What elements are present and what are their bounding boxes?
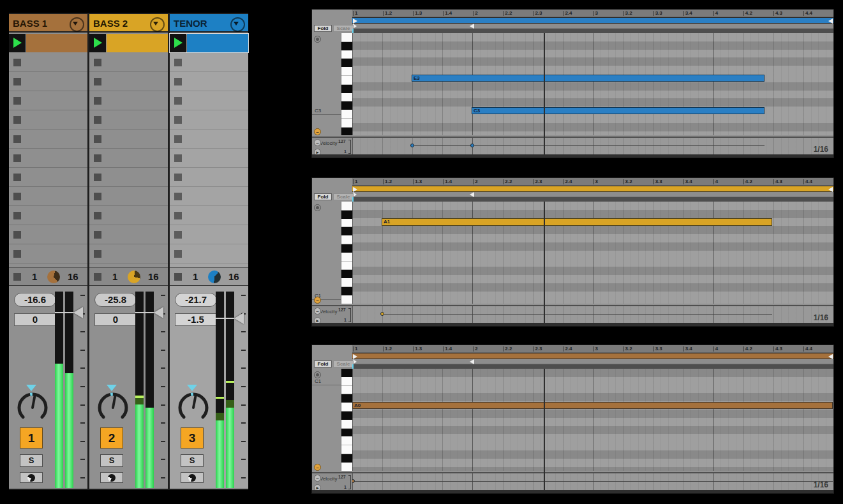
clip[interactable] [26, 34, 87, 52]
black-key[interactable] [341, 85, 352, 93]
clip-stop-button[interactable] [94, 97, 101, 105]
clip-slot[interactable] [170, 244, 248, 263]
note-grid[interactable]: E3C3 [352, 33, 833, 135]
scrub-area[interactable] [352, 364, 833, 369]
white-key[interactable] [341, 295, 352, 304]
clip-slot[interactable] [170, 168, 248, 187]
white-key[interactable] [341, 67, 352, 76]
clip-stop-button[interactable] [174, 116, 182, 124]
scale-button[interactable]: Scale [333, 25, 354, 32]
clip-stop-button[interactable] [94, 154, 101, 162]
beat-time-ruler[interactable]: 11.21.31.422.22.32.433.23.33.444.24.34.4 [352, 345, 833, 353]
volume-fader-handle[interactable] [73, 307, 83, 318]
scrub-area[interactable] [352, 29, 833, 33]
loop-bar[interactable] [352, 353, 833, 359]
clip-slot[interactable] [9, 225, 87, 244]
white-key[interactable] [341, 377, 352, 386]
black-key[interactable] [341, 227, 352, 235]
midi-note[interactable]: C3 [472, 107, 765, 115]
clip-stop-button[interactable] [13, 212, 21, 219]
clip-slot[interactable] [9, 72, 87, 91]
piano-keys[interactable] [341, 33, 352, 135]
loop-end-marker-icon[interactable] [828, 187, 833, 192]
black-key[interactable] [341, 211, 352, 219]
clip-stop-icon[interactable] [94, 273, 101, 281]
clip-slot[interactable] [170, 206, 248, 225]
clip-slot[interactable] [89, 91, 168, 110]
clip[interactable] [107, 34, 168, 52]
black-key[interactable] [341, 411, 352, 420]
start-marker-icon[interactable] [353, 19, 357, 24]
track-header[interactable]: BASS 2 [89, 14, 168, 33]
monitor-button[interactable] [20, 472, 43, 483]
solo-button[interactable]: S [181, 454, 204, 467]
black-key[interactable] [341, 369, 352, 377]
white-key[interactable] [341, 119, 352, 128]
monitor-button[interactable] [181, 472, 204, 483]
pan-knob[interactable] [175, 390, 211, 426]
clip-stop-icon[interactable] [13, 273, 21, 281]
white-key[interactable] [341, 278, 352, 287]
marker-row[interactable] [352, 359, 833, 364]
volume-fader-handle[interactable] [154, 307, 163, 318]
black-key[interactable] [341, 394, 352, 403]
clip-stop-button[interactable] [94, 78, 101, 85]
clip-stop-button[interactable] [174, 193, 182, 200]
remove-lane-button[interactable]: – [314, 139, 321, 146]
clip-slot[interactable] [170, 110, 248, 130]
velocity-marker[interactable] [470, 144, 474, 147]
remove-lane-button[interactable]: – [314, 475, 321, 482]
clip-slot[interactable] [9, 168, 87, 187]
clip-stop-button[interactable] [94, 250, 101, 258]
clip-stop-button[interactable] [94, 59, 101, 66]
clip-stop-button[interactable] [94, 231, 101, 239]
scale-button[interactable]: Scale [333, 193, 354, 200]
lane-toggle-button[interactable]: – [314, 297, 321, 304]
clip-slot[interactable] [9, 206, 87, 225]
preview-icon[interactable] [314, 36, 321, 43]
solo-button[interactable]: S [20, 454, 43, 467]
clip-stop-button[interactable] [174, 174, 182, 181]
midi-note[interactable]: A0 [352, 402, 833, 410]
solo-button[interactable]: S [100, 454, 123, 467]
clip-slot[interactable] [89, 110, 168, 130]
piano-keys[interactable] [341, 369, 352, 471]
white-key[interactable] [341, 50, 352, 59]
fold-button[interactable]: Fold [314, 25, 332, 32]
clip-slot[interactable] [170, 72, 248, 91]
clip-stop-button[interactable] [94, 135, 101, 143]
loop-bar[interactable] [352, 17, 833, 24]
track-activator-button[interactable]: 1 [20, 427, 43, 448]
white-key[interactable] [341, 420, 352, 429]
chevron-down-icon[interactable] [70, 17, 84, 32]
clip-stop-button[interactable] [94, 212, 101, 219]
clip-slot[interactable] [170, 187, 248, 206]
clip-slot[interactable] [170, 225, 248, 244]
start-marker-icon[interactable] [353, 187, 357, 192]
white-key[interactable] [341, 445, 352, 454]
velocity-lane[interactable] [352, 472, 833, 491]
velocity-lane[interactable] [352, 137, 833, 156]
clip-stop-button[interactable] [94, 116, 101, 124]
fold-button[interactable]: Fold [314, 193, 332, 200]
black-key[interactable] [341, 128, 352, 135]
black-key[interactable] [341, 42, 352, 50]
lane-toggle-button[interactable]: – [314, 464, 321, 471]
loop-end-marker-icon[interactable] [828, 19, 833, 24]
chevron-down-icon[interactable] [230, 17, 245, 32]
velocity-marker[interactable] [380, 312, 384, 316]
fold-button[interactable]: Fold [314, 360, 332, 367]
clip-slot[interactable] [9, 91, 87, 110]
white-key[interactable] [341, 235, 352, 244]
black-key[interactable] [341, 454, 352, 463]
loop-end-marker-icon[interactable] [828, 354, 833, 359]
end-marker-icon[interactable] [470, 359, 474, 364]
white-key[interactable] [341, 76, 352, 85]
preview-icon[interactable] [314, 204, 321, 211]
clip-slot[interactable] [89, 206, 168, 225]
clip-slot[interactable] [89, 130, 168, 149]
clip-slot[interactable] [89, 187, 168, 206]
clip-slot[interactable] [89, 225, 168, 244]
clip-slot[interactable] [9, 187, 87, 206]
end-marker-icon[interactable] [470, 192, 474, 197]
